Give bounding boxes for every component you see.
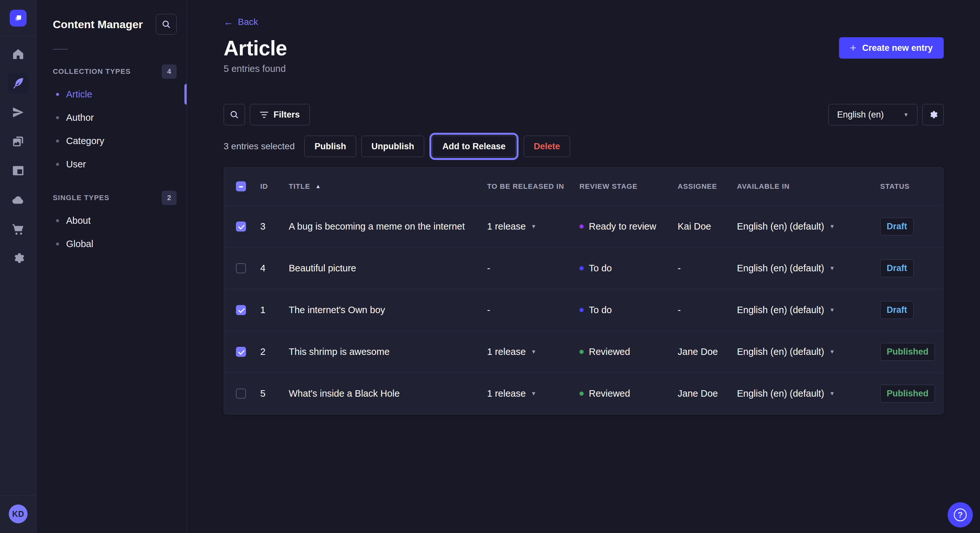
locale-select[interactable]: English (en) ▼ bbox=[828, 104, 918, 125]
subnav-section-header: SINGLE TYPES 2 bbox=[53, 191, 177, 205]
table-row[interactable]: 3 A bug is becoming a meme on the intern… bbox=[224, 205, 943, 247]
table-row[interactable]: 1 The internet's Own boy - To do - Engli… bbox=[224, 289, 943, 331]
main-content: ← Back Article 5 entries found + Create … bbox=[187, 0, 980, 533]
chevron-down-icon: ▼ bbox=[531, 391, 536, 397]
table-row[interactable]: 4 Beautiful picture - To do - English (e… bbox=[224, 247, 943, 289]
sidebar-item-article[interactable]: Article bbox=[53, 82, 187, 106]
bulk-actions-bar: 3 entries selected Publish Unpublish Add… bbox=[224, 136, 944, 157]
stage-value: To do bbox=[589, 305, 612, 316]
cell-available-in[interactable]: English (en) (default) ▼ bbox=[737, 221, 880, 232]
sidebar-item-category[interactable]: Category bbox=[53, 129, 187, 152]
nav-item-releases[interactable] bbox=[8, 102, 29, 123]
cell-to-be-released-in[interactable]: 1 release ▼ bbox=[487, 221, 579, 232]
cell-to-be-released-in[interactable]: 1 release ▼ bbox=[487, 388, 579, 399]
unpublish-button[interactable]: Unpublish bbox=[361, 136, 424, 157]
cell-id: 3 bbox=[260, 221, 266, 232]
bullet-icon bbox=[56, 219, 59, 222]
nav-item-marketplace[interactable] bbox=[8, 219, 29, 239]
column-header-title[interactable]: TITLE ▲ bbox=[289, 182, 487, 191]
cell-title: This shrimp is awesome bbox=[289, 346, 390, 357]
filters-button[interactable]: Filters bbox=[250, 104, 310, 125]
sidebar-item-user[interactable]: User bbox=[53, 152, 187, 176]
cell-assignee: Jane Doe bbox=[678, 388, 718, 399]
search-button[interactable] bbox=[224, 104, 245, 125]
sidebar-item-global[interactable]: Global bbox=[53, 232, 187, 255]
stage-value: Ready to review bbox=[589, 221, 656, 232]
column-header-id[interactable]: ID bbox=[260, 182, 289, 191]
strapi-logo-glyph bbox=[13, 13, 24, 24]
cell-review-stage: To do bbox=[579, 305, 678, 316]
list-toolbar: Filters English (en) ▼ bbox=[224, 104, 944, 125]
subnav-divider bbox=[53, 49, 68, 49]
home-icon bbox=[12, 48, 25, 60]
stage-dot-icon bbox=[579, 224, 584, 228]
toolbar-right: English (en) ▼ bbox=[828, 104, 944, 125]
cell-available-in[interactable]: English (en) (default) ▼ bbox=[737, 346, 880, 357]
filter-icon bbox=[260, 112, 268, 118]
column-header-available-in[interactable]: AVAILABLE IN bbox=[737, 182, 880, 191]
sidebar-item-about[interactable]: About bbox=[53, 209, 187, 232]
question-mark-icon: ? bbox=[954, 508, 967, 521]
table-body: 3 A bug is becoming a meme on the intern… bbox=[224, 205, 943, 414]
add-to-release-button[interactable]: Add to Release bbox=[432, 136, 515, 157]
sidebar-item-author[interactable]: Author bbox=[53, 106, 187, 129]
navbar-items bbox=[8, 44, 29, 268]
chevron-down-icon: ▼ bbox=[531, 224, 536, 229]
cell-title: Beautiful picture bbox=[289, 263, 356, 274]
view-settings-button[interactable] bbox=[922, 104, 944, 125]
select-all-checkbox[interactable] bbox=[236, 181, 246, 191]
table-row[interactable]: 2 This shrimp is awesome 1 release ▼ Rev… bbox=[224, 331, 943, 373]
status-badge: Published bbox=[880, 343, 935, 361]
cell-available-in[interactable]: English (en) (default) ▼ bbox=[737, 263, 880, 274]
chevron-down-icon: ▼ bbox=[894, 112, 909, 117]
table-row[interactable]: 5 What's inside a Black Hole 1 release ▼… bbox=[224, 373, 943, 414]
sidebar-item-label: Category bbox=[66, 136, 104, 146]
help-button[interactable]: ? bbox=[948, 502, 973, 528]
column-header-status[interactable]: STATUS bbox=[880, 182, 931, 191]
status-badge: Draft bbox=[880, 301, 913, 319]
user-avatar[interactable]: KD bbox=[9, 504, 27, 523]
subnav-search-button[interactable] bbox=[156, 14, 177, 35]
cell-available-in[interactable]: English (en) (default) ▼ bbox=[737, 305, 880, 316]
gear-icon bbox=[928, 110, 938, 119]
nav-item-home[interactable] bbox=[8, 44, 29, 65]
subnav-section-count-badge: 4 bbox=[162, 65, 177, 79]
navbar-footer-divider bbox=[0, 495, 36, 496]
back-link[interactable]: ← Back bbox=[224, 17, 258, 27]
column-header-review-stage[interactable]: REVIEW STAGE bbox=[579, 182, 678, 191]
publish-button[interactable]: Publish bbox=[304, 136, 356, 157]
column-header-to-be-released-in[interactable]: TO BE RELEASED IN bbox=[487, 182, 579, 191]
feather-icon bbox=[12, 77, 25, 90]
bullet-icon bbox=[56, 116, 59, 119]
nav-item-cloud[interactable] bbox=[8, 189, 29, 210]
row-checkbox[interactable] bbox=[236, 347, 246, 357]
chevron-down-icon: ▼ bbox=[829, 307, 835, 313]
release-value: - bbox=[487, 305, 490, 316]
stage-value: Reviewed bbox=[589, 388, 630, 399]
column-header-assignee[interactable]: ASSIGNEE bbox=[678, 182, 737, 191]
delete-button[interactable]: Delete bbox=[524, 136, 570, 157]
nav-item-content-type-builder[interactable] bbox=[8, 160, 29, 181]
create-new-entry-label: Create new entry bbox=[862, 43, 933, 53]
nav-item-media-library[interactable] bbox=[8, 131, 29, 152]
cell-to-be-released-in[interactable]: 1 release ▼ bbox=[487, 346, 579, 357]
row-checkbox[interactable] bbox=[236, 305, 246, 315]
bullet-icon bbox=[56, 243, 59, 246]
nav-item-content-manager[interactable] bbox=[8, 73, 29, 94]
cell-available-in[interactable]: English (en) (default) ▼ bbox=[737, 388, 880, 399]
cell-assignee: Jane Doe bbox=[678, 346, 718, 357]
create-new-entry-button[interactable]: + Create new entry bbox=[839, 37, 944, 59]
cell-assignee: Kai Doe bbox=[678, 221, 711, 232]
layout-icon bbox=[12, 164, 25, 177]
row-checkbox[interactable] bbox=[236, 389, 246, 399]
selection-count-text: 3 entries selected bbox=[224, 141, 294, 152]
bullet-icon bbox=[56, 163, 59, 166]
nav-item-settings[interactable] bbox=[8, 248, 29, 268]
cell-title: The internet's Own boy bbox=[289, 305, 385, 316]
strapi-logo[interactable] bbox=[10, 10, 27, 27]
status-badge: Draft bbox=[880, 259, 913, 277]
cell-title: A bug is becoming a meme on the internet bbox=[289, 221, 465, 232]
page-header: ← Back Article 5 entries found + Create … bbox=[224, 17, 944, 74]
row-checkbox[interactable] bbox=[236, 263, 246, 273]
row-checkbox[interactable] bbox=[236, 222, 246, 232]
